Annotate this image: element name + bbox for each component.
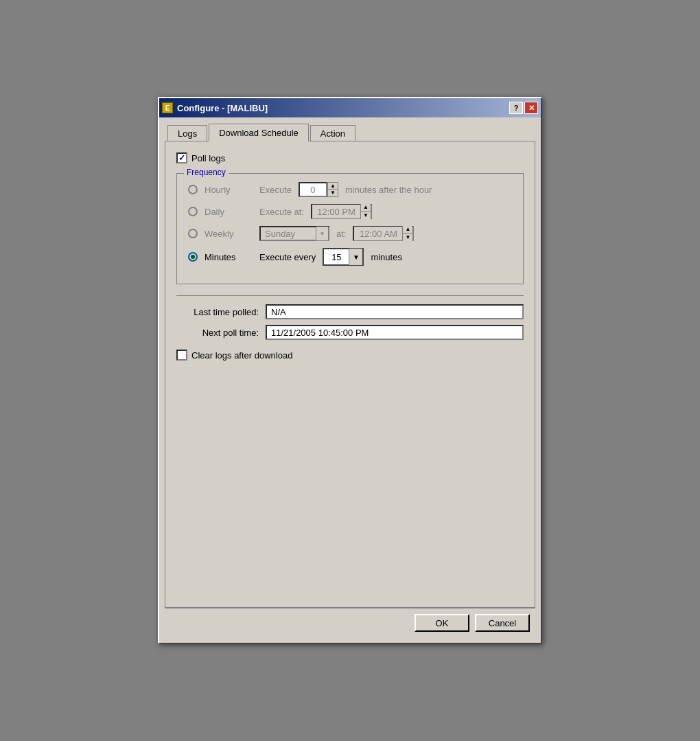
last-polled-row: Last time polled: N/A [176,304,524,319]
tab-action[interactable]: Action [310,125,355,141]
poll-logs-row: Poll logs [176,152,524,163]
title-bar: E Configure - [MALIBU] ? ✕ [159,98,541,117]
poll-logs-label: Poll logs [191,153,225,163]
weekly-at-label: at: [336,229,346,239]
weekly-time-down[interactable]: ▼ [403,233,412,241]
next-poll-row: Next poll time: 11/21/2005 10:45:00 PM [176,325,524,340]
tab-download-schedule[interactable]: Download Schedule [209,124,309,141]
minutes-select[interactable]: 15 ▼ [323,248,364,266]
title-bar-left: E Configure - [MALIBU] [162,102,268,113]
weekly-time-up[interactable]: ▲ [403,226,412,233]
daily-time-input: ▲ ▼ [311,204,372,219]
hourly-spinbox: ▲ ▼ [299,182,338,197]
weekly-label: Weekly [205,229,253,239]
poll-logs-checkbox[interactable] [176,152,187,163]
minutes-value: 15 [324,251,349,263]
next-poll-label: Next poll time: [176,328,259,338]
daily-time-field[interactable] [312,205,360,218]
weekly-time-input: ▲ ▼ [353,226,414,241]
ok-button[interactable]: OK [415,614,469,632]
frequency-label: Frequency [184,168,229,177]
dialog-body: Logs Download Schedule Action Poll logs … [159,117,541,643]
weekly-radio[interactable] [188,229,198,238]
separator [176,295,524,296]
weekly-row: Weekly Sunday ▼ at: ▲ ▼ [188,226,512,241]
hourly-spinbox-arrows: ▲ ▼ [327,182,338,197]
last-polled-value: N/A [266,304,524,319]
cancel-button[interactable]: Cancel [475,614,530,632]
app-icon: E [162,102,173,113]
minutes-suffix: minutes [371,252,402,262]
tab-content: Poll logs Frequency Hourly Execute ▲ ▼ [165,141,535,608]
tab-logs[interactable]: Logs [167,125,207,141]
weekly-time-field[interactable] [354,227,402,240]
daily-time-down[interactable]: ▼ [361,212,371,219]
close-button[interactable]: ✕ [524,102,538,114]
daily-execute-at-label: Execute at: [259,207,304,217]
minutes-label: Minutes [205,252,253,262]
hourly-execute-label: Execute [259,185,292,195]
weekly-day-value: Sunday [261,228,316,240]
hourly-row: Hourly Execute ▲ ▼ minutes after the hou… [188,182,512,197]
minutes-row: Minutes Execute every 15 ▼ minutes [188,248,512,266]
weekly-day-dropdown-btn[interactable]: ▼ [316,227,328,240]
configure-dialog: E Configure - [MALIBU] ? ✕ Logs Download… [158,97,542,644]
tab-bar: Logs Download Schedule Action [165,123,535,141]
daily-radio[interactable] [188,207,198,216]
next-poll-value: 11/21/2005 10:45:00 PM [266,325,524,340]
hourly-spin-up[interactable]: ▲ [328,183,338,190]
daily-time-arrows: ▲ ▼ [360,204,371,219]
minutes-radio[interactable] [188,252,198,262]
button-row: OK Cancel [165,608,535,637]
hourly-spinbox-input[interactable] [299,182,327,197]
title-controls: ? ✕ [509,102,538,114]
daily-time-up[interactable]: ▲ [361,204,371,212]
hourly-radio[interactable] [188,185,198,194]
help-button[interactable]: ? [509,102,523,114]
clear-logs-checkbox[interactable] [176,350,187,361]
minutes-dropdown-btn[interactable]: ▼ [349,249,362,265]
weekly-time-arrows: ▲ ▼ [402,226,412,241]
dialog-title: Configure - [MALIBU] [177,103,268,113]
daily-label: Daily [205,207,253,217]
frequency-group: Frequency Hourly Execute ▲ ▼ minutes aft… [176,173,524,284]
hourly-spin-down[interactable]: ▼ [328,190,338,196]
hourly-label: Hourly [205,185,253,195]
clear-logs-label: Clear logs after download [191,350,292,361]
last-polled-label: Last time polled: [176,307,259,317]
daily-row: Daily Execute at: ▲ ▼ [188,204,512,219]
hourly-suffix: minutes after the hour [345,185,432,195]
clear-logs-row: Clear logs after download [176,350,524,361]
weekly-day-select[interactable]: Sunday ▼ [259,226,329,241]
execute-every-label: Execute every [259,252,316,262]
